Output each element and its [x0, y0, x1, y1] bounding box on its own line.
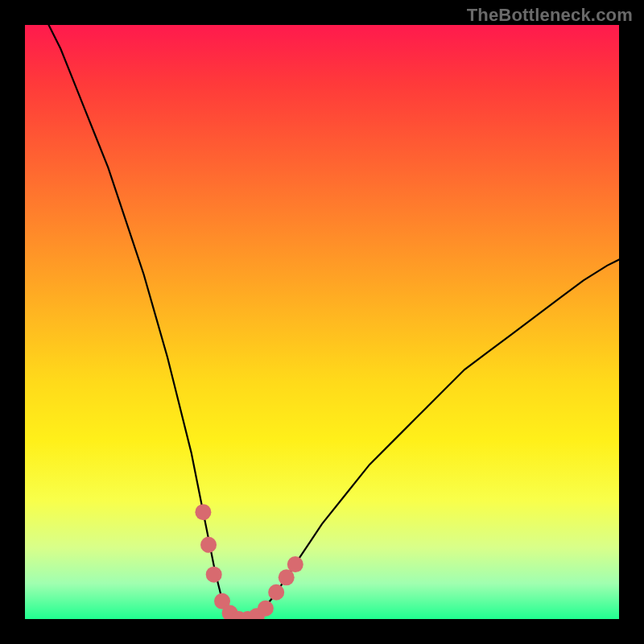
highlight-marker — [206, 567, 222, 583]
chart-svg — [25, 25, 619, 619]
highlight-marker — [287, 556, 303, 572]
highlight-marker — [279, 569, 295, 585]
highlight-marker — [200, 537, 217, 553]
highlight-marker — [195, 504, 211, 520]
highlight-marker — [268, 584, 284, 601]
highlight-marker — [258, 601, 274, 617]
highlight-markers-group — [195, 504, 303, 619]
watermark-text: TheBottleneck.com — [467, 5, 633, 26]
chart-canvas — [25, 25, 619, 619]
bottleneck-curve — [49, 25, 619, 619]
